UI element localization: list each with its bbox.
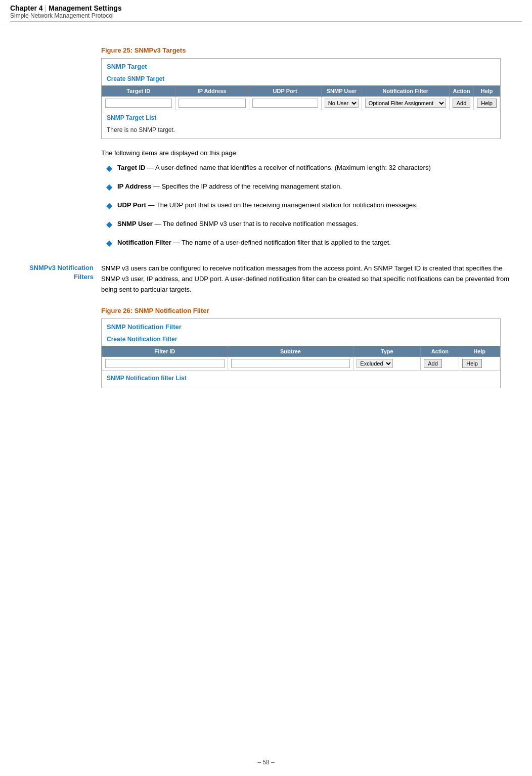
- sidebar-label-notification: SNMPv3 Notification Filters: [13, 263, 94, 282]
- chapter-label: Chapter 4: [10, 4, 43, 12]
- list-item: ◆ IP Address — Specifies the IP address …: [106, 181, 517, 193]
- snmp-notif-filter-table: Filter ID Subtree Type Action Help: [102, 346, 500, 371]
- col-filter-id: Filter ID: [102, 346, 228, 357]
- snmp-notif-filter-list-title: SNMP Notification filter List: [102, 371, 500, 388]
- desc-udp-port: — The UDP port that is used on the recei…: [148, 201, 418, 209]
- snmp-no-entry: There is no SNMP target.: [102, 123, 500, 139]
- notification-filter-cell: Optional Filter Assignment: [362, 97, 449, 110]
- help-cell: Help: [474, 97, 500, 110]
- bullet-icon: ◆: [106, 162, 112, 174]
- term-target-id: Target ID: [117, 164, 145, 171]
- target-id-input[interactable]: [105, 99, 172, 108]
- page-footer: – 58 –: [0, 759, 532, 766]
- help-cell2: Help: [459, 357, 500, 371]
- col-ip-address: IP Address: [175, 86, 249, 97]
- chapter-title: Chapter 4 | Management Settings: [10, 4, 522, 12]
- create-snmp-target-title: Create SNMP Target: [102, 73, 500, 85]
- desc-ip-address: — Specifies the IP address of the receiv…: [153, 182, 342, 190]
- term-snmp-user: SNMP User: [117, 220, 153, 227]
- term-notif-filter: Notification Filter: [117, 239, 171, 246]
- col-snmp-user: SNMP User: [321, 86, 362, 97]
- add-button2[interactable]: Add: [424, 359, 442, 368]
- filter-id-input-cell: [102, 357, 228, 371]
- type-select[interactable]: Excluded: [357, 359, 393, 368]
- subtree-input[interactable]: [231, 359, 350, 368]
- term-ip-address: IP Address: [117, 182, 151, 190]
- udp-port-input[interactable]: [252, 99, 318, 108]
- snmp-user-select[interactable]: No User: [325, 99, 359, 108]
- page-number: – 58 –: [257, 759, 274, 766]
- col-udp-port: UDP Port: [249, 86, 321, 97]
- snmp-target-table: Target ID IP Address UDP Port SNMP User …: [102, 85, 500, 110]
- snmp-notif-filter-box: SNMP Notification Filter Create Notifica…: [101, 318, 501, 388]
- create-notif-filter-title: Create Notification Filter: [102, 334, 500, 346]
- bullet-icon: ◆: [106, 200, 112, 212]
- notification-filters-section: SNMPv3 Notification Filters SNMP v3 user…: [101, 263, 517, 388]
- col-action: Action: [449, 86, 474, 97]
- list-item: ◆ Target ID — A user-defined name that i…: [106, 163, 517, 174]
- snmp-user-cell: No User: [321, 97, 362, 110]
- description-list: ◆ Target ID — A user-defined name that i…: [106, 163, 517, 249]
- help-button[interactable]: Help: [477, 99, 497, 108]
- bullet-icon: ◆: [106, 181, 112, 193]
- notification-filter-select[interactable]: Optional Filter Assignment: [365, 99, 446, 108]
- list-item: ◆ Notification Filter — The name of a us…: [106, 238, 517, 249]
- snmp-target-box: SNMP Target Create SNMP Target Target ID…: [101, 58, 501, 139]
- subtree-input-cell: [228, 357, 353, 371]
- desc-notif-filter: — The name of a user-defined notificatio…: [173, 239, 391, 246]
- section-label: Management Settings: [49, 4, 122, 12]
- main-content: Figure 25: SNMPv3 Targets SNMP Target Cr…: [0, 24, 532, 414]
- col-type: Type: [353, 346, 421, 357]
- term-udp-port: UDP Port: [117, 201, 146, 209]
- bullet-icon: ◆: [106, 237, 112, 249]
- list-item: ◆ UDP Port — The UDP port that is used o…: [106, 200, 517, 212]
- pipe: |: [43, 4, 49, 12]
- action-cell: Add: [449, 97, 474, 110]
- chapter-subtitle: Simple Network Management Protocol: [10, 12, 522, 19]
- figure26-title: Figure 26: SNMP Notification Filter: [101, 307, 517, 314]
- col-help2: Help: [459, 346, 500, 357]
- col-target-id: Target ID: [102, 86, 175, 97]
- snmp-target-box-title: SNMP Target: [102, 59, 500, 73]
- page-header: Chapter 4 | Management Settings Simple N…: [0, 0, 532, 24]
- snmp-target-list-title: SNMP Target List: [102, 110, 500, 123]
- notification-body-text: SNMP v3 users can be configured to recei…: [101, 263, 517, 295]
- help-button2[interactable]: Help: [462, 359, 482, 368]
- type-cell: Excluded: [353, 357, 421, 371]
- target-id-input-cell: [102, 97, 175, 110]
- add-button[interactable]: Add: [453, 99, 471, 108]
- ip-address-input-cell: [175, 97, 249, 110]
- bullet-icon: ◆: [106, 218, 112, 231]
- snmp-notif-filter-box-title: SNMP Notification Filter: [102, 319, 500, 334]
- col-subtree: Subtree: [228, 346, 353, 357]
- udp-port-input-cell: [249, 97, 321, 110]
- col-action2: Action: [421, 346, 459, 357]
- action-cell2: Add: [421, 357, 459, 371]
- ip-address-input[interactable]: [179, 99, 246, 108]
- col-notification-filter: Notification Filter: [362, 86, 449, 97]
- col-help: Help: [474, 86, 500, 97]
- desc-target-id: — A user-defined name that identifies a …: [147, 164, 431, 171]
- figure25-title: Figure 25: SNMPv3 Targets: [101, 47, 517, 54]
- list-item: ◆ SNMP User — The defined SNMP v3 user t…: [106, 219, 517, 231]
- desc-snmp-user: — The defined SNMP v3 user that is to re…: [154, 220, 358, 227]
- filter-id-input[interactable]: [105, 359, 225, 368]
- desc-intro: The following items are displayed on thi…: [101, 149, 517, 157]
